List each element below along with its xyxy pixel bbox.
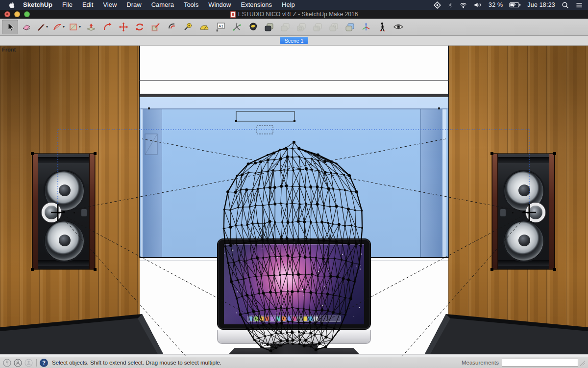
component-blue-button[interactable] (342, 20, 358, 34)
resize-grip[interactable] (580, 360, 585, 366)
spotlight-search-icon[interactable] (562, 1, 569, 9)
component-tool-4-button[interactable] (309, 20, 325, 34)
close-window-button[interactable] (4, 11, 10, 17)
menu-item-window[interactable]: Window (203, 0, 236, 10)
menu-item-camera[interactable]: Camera (147, 0, 179, 10)
imac-dock (247, 315, 341, 322)
walk-tool-button[interactable] (374, 20, 390, 34)
rotate-tool-button[interactable] (131, 20, 147, 34)
status-divider (36, 359, 37, 367)
bluetooth-icon[interactable] (447, 1, 453, 9)
component-tool-5-button[interactable] (325, 20, 342, 34)
push-pull-tool-button[interactable] (83, 20, 99, 34)
speaker-logo-badge (500, 209, 506, 216)
scene-tab-1[interactable]: Scene 1 (280, 37, 308, 44)
selected-room-group (140, 97, 448, 258)
dropdown-caret-icon: ▾ (79, 25, 81, 29)
menu-item-draw[interactable]: Draw (122, 0, 146, 10)
offset-icon (167, 22, 177, 32)
window-title: ESTUDIO NICO vRFZ - SketchUp Make 2016 (238, 11, 358, 18)
notification-center-icon[interactable] (575, 2, 583, 8)
speaker-tweeter (42, 203, 61, 222)
rectangle-tool-button[interactable]: ▾ (67, 20, 83, 34)
battery-charging-icon[interactable] (509, 2, 521, 8)
minimize-window-button[interactable] (14, 11, 20, 17)
arc-tool-button[interactable]: ▾ (50, 20, 67, 34)
select-tool-button[interactable] (2, 20, 18, 34)
wallpaper-stars (224, 244, 364, 324)
move-icon (119, 22, 128, 32)
tape-measure-icon (183, 22, 193, 32)
imac-screen-wallpaper (224, 244, 364, 324)
measurements-input[interactable] (502, 359, 578, 367)
apple-icon (9, 1, 15, 9)
zoom-window-button[interactable] (24, 11, 30, 17)
menu-bar-clock[interactable]: Jue 18:23 (527, 1, 555, 8)
menu-item-view[interactable]: View (98, 0, 122, 10)
menu-item-help[interactable]: Help (277, 0, 300, 10)
component-icon (296, 22, 307, 32)
volume-icon[interactable] (474, 1, 482, 8)
studio-monitor-left (32, 154, 95, 269)
speaker-port (498, 157, 549, 163)
dropdown-caret-icon: ▾ (63, 25, 65, 29)
look-around-tool-button[interactable] (390, 20, 406, 34)
menu-item-edit[interactable]: Edit (77, 0, 98, 10)
offset-tool-button[interactable] (164, 20, 180, 34)
line-tool-button[interactable]: ▾ (34, 20, 50, 34)
menu-item-sketchup[interactable]: SketchUp (18, 0, 57, 10)
component-icon (328, 22, 339, 32)
pencil-icon (37, 23, 46, 31)
push-pull-icon (86, 22, 96, 32)
axes-rgb-tool-button[interactable] (358, 20, 374, 34)
text-tool-a1-label: A1 (219, 24, 223, 28)
make-component-button[interactable] (261, 20, 277, 34)
arc-icon (52, 23, 62, 31)
speaker-wood-rail (89, 154, 95, 269)
protractor-icon (199, 23, 209, 31)
speaker-tweeter (526, 203, 545, 222)
axes-tool-button[interactable] (228, 20, 245, 34)
apple-menu[interactable] (9, 1, 15, 9)
status-bar: ? Select objects. Shift to extend select… (0, 357, 588, 368)
speaker-wood-rail (32, 154, 38, 269)
wifi-icon[interactable] (459, 1, 467, 8)
speaker-wood-rail (549, 154, 555, 269)
imac-camera-dot (294, 241, 295, 243)
speaker-wood-rail (492, 154, 498, 269)
menu-item-extensions[interactable]: Extensions (236, 0, 277, 10)
battery-percent: 32 % (489, 1, 503, 8)
follow-me-tool-button[interactable] (99, 20, 115, 34)
diamond-app-icon[interactable] (434, 1, 441, 9)
sign-in-status-button[interactable] (24, 359, 33, 367)
tape-measure-tool-button[interactable] (180, 20, 196, 34)
document-icon (230, 11, 236, 18)
component-tool-2-button[interactable] (277, 20, 293, 34)
move-tool-button[interactable] (115, 20, 131, 34)
speaker-screw (512, 212, 514, 213)
protractor-tool-button[interactable] (196, 20, 212, 34)
model-viewport[interactable]: Front (0, 46, 588, 357)
select-arrow-icon (5, 22, 15, 32)
geolocation-status-button[interactable] (3, 359, 11, 367)
paint-bucket-tool-button[interactable] (245, 20, 261, 34)
studio-monitor-right (492, 154, 555, 269)
eraser-tool-button[interactable] (18, 20, 34, 34)
menu-item-tools[interactable]: Tools (179, 0, 203, 10)
component-icon (264, 22, 274, 32)
rectangle-icon (69, 23, 78, 31)
speaker-screw (74, 212, 75, 213)
imac-chin (217, 330, 371, 344)
component-tool-3-button[interactable] (293, 20, 309, 34)
credit-status-button[interactable] (14, 359, 22, 367)
window-title-bar: ESTUDIO NICO vRFZ - SketchUp Make 2016 (0, 10, 588, 19)
component-icon (344, 22, 355, 32)
help-button[interactable]: ? (40, 359, 48, 367)
follow-me-icon (102, 22, 112, 32)
rotate-icon (135, 22, 145, 32)
imac-stand-pedestal (270, 343, 318, 357)
text-tool-button[interactable]: A1 (212, 20, 228, 34)
scale-tool-button[interactable] (147, 20, 164, 34)
scale-icon (151, 22, 161, 32)
menu-item-file[interactable]: File (57, 0, 77, 10)
